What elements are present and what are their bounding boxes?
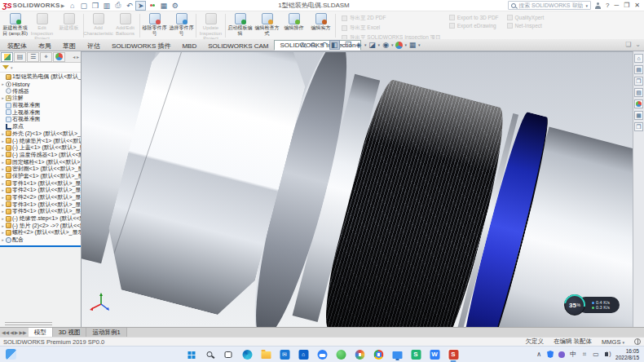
tree-item[interactable]: 1型铠装热电偶 (默认<默认_显示状态-1 (0, 73, 81, 81)
document-tab-模型[interactable]: 模型 (29, 328, 53, 337)
zoom-to-area-icon[interactable] (308, 40, 318, 50)
select-balloons-button[interactable]: 选择零件序号 (168, 12, 195, 39)
tree-item[interactable]: ▸零件2<2> (默认<<默认>_显示状态 (0, 194, 81, 201)
taskbar-360-safety-icon[interactable] (335, 348, 347, 360)
expand-arrow-icon[interactable]: ▸ (1, 230, 5, 235)
ribbon-tab-布局[interactable]: 布局 (33, 40, 57, 51)
taskbar-360-browser-icon[interactable] (354, 348, 366, 360)
system-monitor-overlay[interactable]: 0.4 K/s0.3 K/s 35% (564, 294, 585, 316)
taskbar-search-icon[interactable] (204, 348, 216, 360)
hide-show-items-icon[interactable]: ◉ (381, 40, 390, 50)
edit-actual-button[interactable]: 编辑实方 (307, 12, 334, 39)
dropdown-arrow-icon[interactable]: ▾ (418, 42, 421, 47)
file-explorer-icon[interactable]: ❒ (634, 77, 643, 86)
dropdown-arrow-icon[interactable]: ▾ (378, 42, 381, 47)
launch-template-editor-button[interactable]: 启动模板编辑 (227, 12, 254, 39)
taskbar-task-view-icon[interactable] (223, 348, 235, 360)
tab-nav-prev-icon[interactable]: ◀ (10, 329, 14, 335)
ribbon-tab-mbd[interactable]: MBD (176, 40, 202, 51)
tree-item[interactable]: ▸(-) 上盖<1> (默认<<默认>_显示状 (0, 144, 81, 152)
expand-arrow-icon[interactable]: ▸ (1, 223, 5, 228)
rebuild-traffic-light-icon[interactable] (147, 1, 157, 11)
tree-item[interactable]: ▸(-) 绝缘管.step<1> (默认<<默认> (0, 215, 81, 223)
help-icon[interactable]: ? (606, 2, 609, 9)
tree-item[interactable]: ▸螺栓<2> (默认<<默认>_显示状态 (0, 229, 81, 236)
expand-arrow-icon[interactable]: ▸ (1, 95, 5, 100)
expand-arrow-icon[interactable]: ▸ (1, 237, 5, 242)
view-settings-icon[interactable]: ▦ (408, 40, 417, 50)
custom-properties-icon[interactable]: ▦ (634, 111, 643, 120)
expand-arrow-icon[interactable]: ▸ (1, 181, 5, 186)
tree-item[interactable]: 右视基准面 (0, 116, 81, 123)
expand-arrow-icon[interactable]: ▸ (1, 166, 5, 171)
taskbar-start-icon[interactable] (185, 348, 197, 360)
expand-arrow-icon[interactable]: ▸ (1, 195, 5, 200)
minimize-button[interactable]: ─ (614, 2, 619, 9)
home-icon[interactable]: ⌂ (67, 1, 77, 11)
expand-arrow-icon[interactable]: ▸ (1, 202, 5, 207)
zoom-to-fit-icon[interactable] (298, 40, 307, 50)
dropdown-arrow-icon[interactable]: ▾ (405, 42, 408, 47)
view-orientation-icon[interactable]: ◈ (354, 40, 364, 50)
dropdown-arrow-icon[interactable]: ▾ (341, 42, 343, 47)
print-icon[interactable]: ⎙ (112, 1, 123, 11)
taskbar-cloud-drive-icon[interactable] (316, 348, 329, 360)
new-inspection-project-button[interactable]: 新建检查项目 (amp;和) (2, 12, 29, 39)
cast-display-icon[interactable]: ▭ (593, 351, 599, 358)
new-document-icon[interactable]: ▢ (78, 1, 89, 11)
options-gear-icon[interactable]: ⚙ (170, 1, 180, 11)
tree-item[interactable]: ▸外壳 (2)<1> (默认<<默认>_显示状 (0, 130, 81, 138)
expand-arrow-icon[interactable]: ▸ (1, 145, 5, 150)
taskbar-wps-office-icon[interactable]: W (429, 348, 441, 360)
expand-arrow-icon[interactable]: ▸ (1, 82, 5, 86)
dropdown-arrow-icon[interactable]: ▾ (364, 42, 367, 47)
taskbar-clock[interactable]: 16:05 2022/8/15 (615, 348, 639, 360)
open-document-icon[interactable]: ❒ (90, 1, 100, 11)
search-dropdown-icon[interactable]: ▾ (585, 3, 588, 8)
taskbar-chrome-icon[interactable] (373, 348, 385, 360)
collapse-ribbon-icon[interactable]: ❏ (625, 41, 631, 48)
tab-nav-first-icon[interactable]: ◀◀ (2, 329, 9, 335)
tab-nav-last-icon[interactable]: ▶▶ (19, 329, 26, 335)
taskbar-edge-browser-icon[interactable] (241, 348, 254, 360)
edit-appearance-icon[interactable] (395, 40, 404, 50)
ime-indicator[interactable]: 中 (570, 350, 576, 359)
tree-item[interactable]: 传感器 (0, 87, 81, 95)
solidworks-resources-icon[interactable]: ⌂ (634, 54, 643, 63)
security-shield-icon[interactable] (547, 351, 554, 358)
ribbon-tab-装配体[interactable]: 装配体 (2, 40, 33, 51)
ribbon-tab-草图[interactable]: 草图 (57, 40, 82, 51)
taskbar-microsoft-store-icon[interactable]: ⌂ (298, 348, 310, 360)
tree-item[interactable]: 上视基准面 (0, 108, 81, 116)
tree-item[interactable]: 原点 (0, 123, 81, 130)
tree-item[interactable]: ▸保护套<1> (默认<<默认>_显示状 (0, 173, 81, 180)
expand-arrow-icon[interactable]: ▸ (1, 188, 5, 192)
tree-item[interactable]: ▸零件1<1> (默认<<默认>_显示状态 (0, 179, 81, 187)
tree-item[interactable]: ▸密封圈<1> (默认<<默认>_显示状 (0, 166, 81, 173)
filter-dropdown-icon[interactable]: ▾ (11, 65, 13, 70)
tree-item[interactable]: 前视基准面 (0, 102, 81, 109)
edit-operation-button[interactable]: 编辑操作 (280, 12, 307, 39)
expand-arrow-icon[interactable]: ▸ (1, 160, 5, 165)
panel-tab-featuremanager-tree[interactable] (1, 52, 13, 62)
previous-view-icon[interactable]: ↶ (319, 40, 329, 50)
help-search-input[interactable]: 搜索 SOLIDWORKS 帮助 ▾ (508, 1, 591, 10)
widgets-icon[interactable] (6, 349, 16, 360)
ribbon-tab-solidworks-插件[interactable]: SOLIDWORKS 插件 (106, 40, 176, 51)
tab-nav-next-icon[interactable]: ▶ (15, 329, 19, 335)
tree-item[interactable]: ▸History (0, 81, 81, 88)
document-tab-运动算例1[interactable]: 运动算例1 (86, 328, 126, 337)
panel-tab-displaymanager[interactable] (53, 52, 65, 62)
select-arrow-icon[interactable]: ➤ (135, 1, 146, 11)
edit-inspection-method-button[interactable]: 编辑检查方式 (254, 12, 280, 39)
save-icon[interactable]: ▥ (101, 1, 112, 11)
panel-tab-scroll-arrows[interactable]: ◂ ▸ (73, 54, 81, 60)
expand-arrow-icon[interactable]: ▸ (1, 152, 5, 157)
appearances-scenes-icon[interactable] (634, 99, 643, 108)
taskbar-green-s-app-icon[interactable]: S (410, 348, 422, 360)
design-library-icon[interactable]: ▤ (634, 65, 643, 74)
taskbar-solidworks-icon[interactable]: S (448, 348, 460, 360)
panel-tab-dimxpertmanager[interactable]: ⌖ (40, 52, 52, 62)
section-view-icon[interactable]: ◧ (329, 40, 340, 50)
tree-item[interactable]: ▸(-) 绝缘垫片<1> (默认<<默认>_显 (0, 137, 81, 144)
